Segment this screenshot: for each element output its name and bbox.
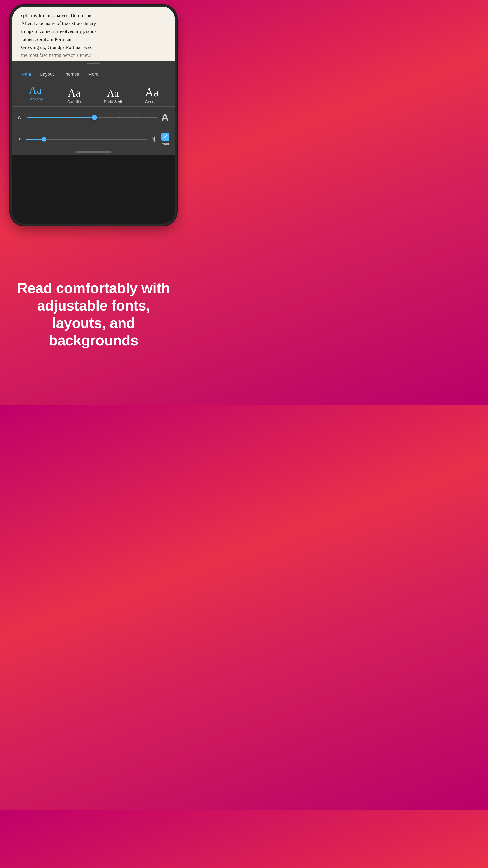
font-selected-indicator	[20, 104, 51, 104]
font-size-slider-thumb[interactable]	[92, 115, 97, 120]
font-size-section: A A	[12, 107, 175, 128]
tab-font[interactable]: Font	[18, 69, 36, 80]
droid-serif-name: Droid Serif	[104, 100, 122, 104]
brightness-low-icon: ☀	[18, 136, 22, 142]
font-option-bookerly[interactable]: Aa Bookerly	[16, 85, 55, 104]
brightness-section: ☀ ☀ ✓ Auto	[12, 128, 175, 149]
slider-dot	[119, 117, 120, 118]
promo-headline: Read comfortably with adjustable fonts, …	[13, 280, 173, 349]
auto-brightness-checkbox[interactable]: ✓ Auto	[161, 133, 169, 146]
brightness-slider-thumb[interactable]	[42, 137, 46, 142]
phone-frame: split my life into halves: Before and Af…	[12, 7, 175, 224]
caecilia-name: Caecilia	[67, 100, 81, 104]
font-option-droid-serif[interactable]: Aa Droid Serif	[94, 88, 132, 104]
font-option-caecilia[interactable]: Aa Caecilia	[55, 88, 94, 104]
auto-label: Auto	[162, 142, 169, 146]
brightness-high-icon: ☀	[151, 135, 158, 144]
bookerly-name: Bookerly	[28, 97, 43, 101]
font-size-slider[interactable]	[27, 117, 157, 118]
book-text-line6: the most fascinating person I knew.	[21, 52, 92, 58]
slider-dot	[101, 117, 101, 118]
brightness-slider-fill	[26, 139, 44, 140]
font-size-small-label: A	[18, 115, 23, 120]
book-text-line2: After. Like many of the extraordinary	[21, 20, 96, 26]
font-size-large-label: A	[160, 111, 169, 123]
slider-dot	[137, 117, 138, 118]
tab-bar: Font Layout Themes More	[12, 66, 175, 80]
book-text-line4: father, Abraham Portman.	[21, 36, 73, 42]
tab-layout[interactable]: Layout	[36, 69, 58, 80]
brightness-slider[interactable]	[26, 139, 148, 140]
book-content: split my life into halves: Before and Af…	[12, 7, 175, 61]
drag-handle[interactable]	[87, 63, 100, 64]
slider-dot	[45, 117, 46, 118]
font-option-georgia[interactable]: Aa Georgia	[132, 87, 171, 104]
book-text-line1: split my life into halves: Before and	[21, 12, 93, 18]
slider-dot	[64, 117, 65, 118]
georgia-preview: Aa	[145, 87, 159, 98]
book-text-line5: Growing up, Grandpa Portman was	[21, 44, 92, 50]
checkbox-box: ✓	[161, 133, 169, 141]
checkmark-icon: ✓	[163, 134, 167, 140]
slider-dot	[27, 117, 28, 118]
droid-serif-preview: Aa	[107, 88, 119, 98]
slider-dot	[82, 117, 83, 118]
bookerly-preview: Aa	[29, 85, 41, 96]
tab-themes[interactable]: Themes	[58, 69, 84, 80]
bottom-sheet: Font Layout Themes More Aa Bookerly Aa C…	[12, 61, 175, 155]
font-options-panel: Aa Bookerly Aa Caecilia Aa Droid Serif A…	[12, 80, 175, 107]
caecilia-preview: Aa	[68, 88, 80, 98]
slider-dot	[156, 117, 156, 118]
georgia-name: Georgia	[145, 100, 159, 104]
promo-section: Read comfortably with adjustable fonts, …	[0, 224, 187, 405]
book-text-line3: things to come, it involved my grand-	[21, 28, 96, 34]
tab-more[interactable]: More	[84, 69, 103, 80]
home-indicator	[75, 151, 111, 153]
